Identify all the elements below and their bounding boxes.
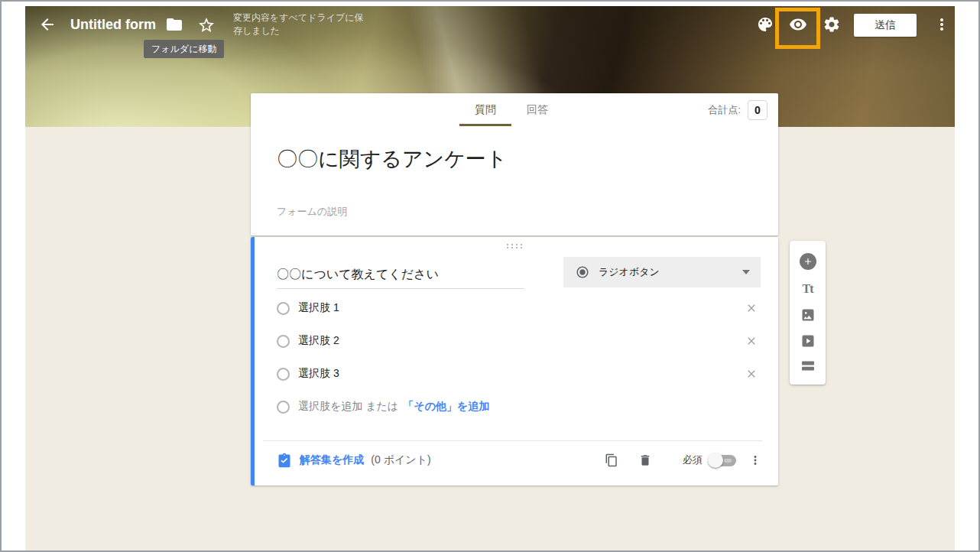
remove-option-button[interactable]: [745, 335, 758, 347]
close-icon: [745, 335, 758, 347]
radio-circle-icon: [277, 401, 290, 414]
total-points-value[interactable]: 0: [748, 100, 767, 120]
close-icon: [745, 368, 758, 380]
option-label-input[interactable]: 選択肢 2: [298, 334, 339, 348]
theme-palette-button[interactable]: [756, 15, 774, 34]
save-status-text: 変更内容をすべてドライブに保存しました: [233, 11, 365, 37]
remove-option-button[interactable]: [745, 368, 758, 380]
image-icon: [801, 308, 815, 322]
star-icon: [197, 16, 216, 34]
option-label-input[interactable]: 選択肢 3: [298, 367, 339, 381]
tab-answers[interactable]: 回答: [511, 93, 563, 126]
window-frame: Untitled form 変更内容をすべてドライブに保存しました フォルダに移…: [0, 0, 980, 552]
eye-icon: [789, 15, 807, 34]
section-bars-icon: [800, 360, 816, 372]
answer-key-button[interactable]: 解答集を作成 (0 ポイント): [277, 440, 431, 480]
add-option-row: 選択肢を追加 または 「その他」を追加: [277, 398, 762, 416]
form-title-input[interactable]: 〇〇に関するアンケート: [277, 145, 507, 173]
chevron-down-icon: [742, 270, 750, 274]
delete-question-button[interactable]: [638, 453, 652, 467]
radio-circle-icon: [277, 302, 290, 315]
form-editor-viewport: Untitled form 変更内容をすべてドライブに保存しました フォルダに移…: [25, 6, 955, 550]
text-fields-icon: Tt: [803, 282, 813, 296]
form-title-card: 質問 回答 合計点: 0 〇〇に関するアンケート フォームの説明: [251, 93, 778, 235]
more-vert-icon: [748, 453, 762, 467]
option-row: 選択肢 3: [277, 365, 762, 383]
remove-option-button[interactable]: [745, 302, 758, 314]
plus-circle-icon: [800, 253, 816, 270]
radio-circle-icon: [277, 368, 290, 381]
duplicate-question-button[interactable]: [605, 453, 618, 467]
add-video-button[interactable]: [801, 334, 815, 348]
more-vert-icon: [933, 15, 951, 34]
form-name-input[interactable]: Untitled form: [70, 15, 156, 34]
required-toggle[interactable]: [710, 455, 736, 466]
send-button[interactable]: 送信: [854, 14, 917, 37]
answer-key-icon: [277, 453, 292, 468]
gear-icon: [823, 15, 841, 34]
move-to-folder-button[interactable]: [165, 15, 183, 34]
total-points-label: 合計点:: [708, 103, 741, 117]
video-play-icon: [801, 334, 815, 348]
option-row: 選択肢 1: [277, 299, 762, 317]
question-type-select[interactable]: ラジオボタン: [563, 257, 761, 287]
tab-bar: 質問 回答 合計点: 0: [251, 93, 778, 126]
add-option-button[interactable]: 選択肢を追加 または: [298, 400, 398, 414]
radio-button-type-icon: [576, 265, 589, 279]
radio-circle-icon: [277, 335, 290, 348]
folder-icon: [165, 15, 183, 34]
back-button[interactable]: [38, 15, 57, 34]
drag-handle[interactable]: [507, 244, 522, 248]
palette-icon: [756, 15, 774, 34]
required-label: 必須: [683, 453, 703, 467]
back-arrow-icon: [38, 15, 57, 34]
copy-icon: [605, 453, 618, 467]
form-description-input[interactable]: フォームの説明: [277, 205, 347, 219]
tab-questions[interactable]: 質問: [459, 93, 511, 126]
question-footer: 解答集を作成 (0 ポイント) 必須: [251, 440, 778, 480]
add-image-button[interactable]: [801, 308, 815, 322]
insert-toolbar: Tt: [790, 241, 826, 385]
add-section-button[interactable]: [800, 360, 816, 372]
more-options-button[interactable]: [933, 15, 951, 34]
question-more-options-button[interactable]: [748, 453, 762, 467]
add-question-button[interactable]: [800, 253, 816, 270]
option-row: 選択肢 2: [277, 332, 762, 350]
star-button[interactable]: [197, 16, 216, 34]
answer-key-label: 解答集を作成: [300, 453, 364, 467]
move-to-folder-tooltip: フォルダに移動: [144, 40, 224, 58]
answer-key-points: (0 ポイント): [371, 453, 430, 467]
add-other-option-link[interactable]: 「その他」を追加: [403, 400, 489, 414]
question-type-label: ラジオボタン: [599, 265, 660, 279]
close-icon: [745, 302, 758, 314]
trash-icon: [638, 453, 652, 467]
question-card: 〇〇について教えてください ラジオボタン 選択肢 1 選択肢 2 選択肢 3: [251, 237, 778, 485]
question-title-input[interactable]: 〇〇について教えてください: [277, 266, 524, 289]
add-title-description-button[interactable]: Tt: [803, 282, 813, 296]
settings-button[interactable]: [823, 15, 841, 34]
option-label-input[interactable]: 選択肢 1: [298, 301, 339, 315]
preview-button[interactable]: [789, 15, 807, 34]
